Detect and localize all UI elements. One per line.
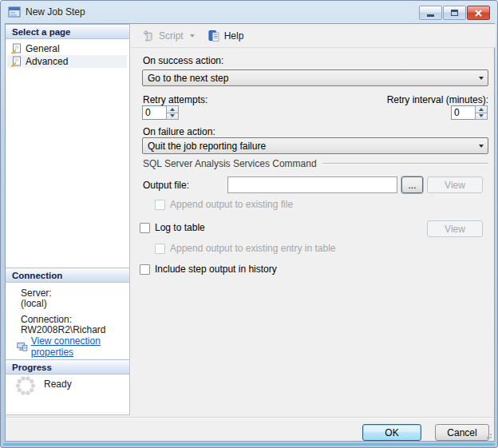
- retry-interval-down-button[interactable]: [475, 113, 488, 121]
- chevron-down-icon: [479, 145, 484, 148]
- log-to-table-checkbox[interactable]: [140, 223, 150, 233]
- arrow-up-icon: [479, 108, 484, 111]
- window-title: New Job Step: [26, 6, 85, 18]
- log-to-table-label: Log to table: [155, 222, 205, 233]
- view-log-table-button: View: [427, 220, 483, 237]
- minimize-icon: [427, 14, 434, 17]
- maximize-icon: [451, 10, 458, 16]
- ssas-command-group: SQL Server Analysis Services Command: [143, 158, 488, 169]
- retry-interval-stepper: [451, 105, 488, 120]
- chevron-down-icon: [190, 34, 195, 38]
- titlebar[interactable]: New Job Step: [2, 2, 496, 22]
- sidebar-item-label: Advanced: [26, 56, 68, 67]
- append-file-checkbox: [155, 200, 165, 210]
- output-file-label: Output file:: [143, 180, 189, 191]
- retry-attempts-down-button[interactable]: [166, 113, 179, 121]
- script-button: Script: [139, 27, 198, 45]
- ssas-command-group-label: SQL Server Analysis Services Command: [143, 158, 317, 169]
- connection-label: Connection:: [21, 314, 72, 325]
- help-label: Help: [224, 30, 244, 42]
- append-file-checkbox-row: Append output to existing file: [155, 199, 293, 210]
- sidebar: Select a page General Advanced: [6, 24, 130, 415]
- toolbar: Script Help: [131, 24, 496, 48]
- on-failure-value: Quit the job reporting failure: [143, 141, 474, 152]
- view-connection-properties-link[interactable]: View connection properties: [17, 335, 129, 358]
- on-failure-label: On failure action:: [143, 126, 215, 137]
- script-label: Script: [159, 30, 184, 42]
- progress-status: Ready: [44, 379, 72, 390]
- progress-spinner-icon: [15, 375, 36, 396]
- retry-attempts-stepper: [142, 105, 179, 120]
- sidebar-item-general[interactable]: General: [7, 42, 127, 55]
- arrow-down-icon: [479, 114, 484, 117]
- on-success-value: Go to the next step: [143, 73, 474, 84]
- progress-header: Progress: [6, 359, 129, 375]
- retry-attempts-label: Retry attempts:: [143, 94, 208, 105]
- new-job-step-dialog: New Job Step Select a page Gen: [0, 0, 498, 448]
- include-history-checkbox[interactable]: [140, 264, 150, 275]
- on-failure-dropdown[interactable]: Quit the job reporting failure: [142, 137, 488, 154]
- footer: OK Cancel: [6, 417, 494, 441]
- chevron-down-icon: [479, 77, 484, 80]
- output-file-input[interactable]: [227, 176, 397, 193]
- link-label: View connection properties: [31, 335, 129, 358]
- include-history-checkbox-row: Include step output in history: [140, 264, 277, 275]
- select-a-page-header: Select a page: [6, 24, 129, 39]
- help-button[interactable]: Help: [204, 27, 247, 45]
- retry-interval-label: Retry interval (minutes):: [349, 94, 488, 105]
- browse-button[interactable]: ...: [401, 176, 423, 193]
- dialog-client-area: Select a page General Advanced: [5, 23, 495, 442]
- app-icon: [8, 6, 21, 18]
- maximize-button[interactable]: [443, 6, 466, 20]
- retry-interval-up-button[interactable]: [475, 105, 488, 113]
- append-table-checkbox-row: Append output to existing entry in table: [155, 243, 335, 254]
- retry-attempts-input[interactable]: [142, 105, 166, 120]
- append-file-label: Append output to existing file: [170, 199, 293, 210]
- group-divider: [322, 163, 488, 165]
- server-value: (local): [21, 298, 47, 309]
- view-output-file-button: View: [427, 176, 483, 193]
- connection-value: RW2008R2\Richard: [21, 324, 106, 335]
- include-history-label: Include step output in history: [155, 264, 277, 275]
- append-table-label: Append output to existing entry in table: [170, 243, 335, 254]
- scroll-icon: [142, 30, 155, 42]
- arrow-up-icon: [170, 108, 175, 111]
- close-button[interactable]: [467, 6, 490, 20]
- append-table-checkbox: [155, 244, 165, 254]
- window-frame-highlight: [3, 443, 495, 446]
- retry-attempts-up-button[interactable]: [166, 105, 179, 113]
- arrow-down-icon: [170, 114, 175, 117]
- connection-header: Connection: [6, 268, 129, 283]
- retry-interval-input[interactable]: [451, 105, 475, 120]
- page-icon: [10, 56, 22, 67]
- server-label: Server:: [21, 287, 52, 299]
- resize-grip[interactable]: [484, 431, 492, 438]
- ok-button[interactable]: OK: [362, 424, 421, 441]
- sidebar-item-label: General: [26, 43, 60, 54]
- page-icon: [10, 43, 22, 54]
- close-icon: [475, 10, 482, 17]
- on-success-dropdown[interactable]: Go to the next step: [142, 69, 488, 86]
- sidebar-item-advanced[interactable]: Advanced: [7, 55, 127, 68]
- log-to-table-checkbox-row: Log to table: [140, 222, 205, 233]
- minimize-button[interactable]: [419, 6, 442, 20]
- connection-properties-icon: [17, 341, 28, 352]
- help-doc-icon: [208, 30, 220, 42]
- on-success-label: On success action:: [143, 55, 223, 66]
- cancel-button[interactable]: Cancel: [435, 424, 489, 441]
